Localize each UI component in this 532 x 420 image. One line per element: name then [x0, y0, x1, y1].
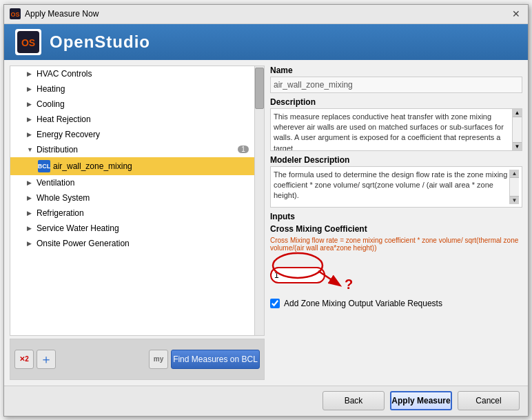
my-button[interactable]: my [149, 350, 168, 369]
sidebar-item-hvac-controls[interactable]: ▶HVAC Controls [10, 66, 254, 81]
modeler-scrollbar[interactable]: ▲ ▼ [509, 170, 519, 204]
inputs-label: Inputs [270, 212, 522, 221]
sidebar-item-service-water-heating[interactable]: ▶Service Water Heating [10, 221, 254, 236]
header-logo: OS [15, 29, 41, 55]
tree-item-badge: 1 [238, 146, 249, 153]
modeler-wrapper: The formula used to determine the design… [270, 166, 522, 208]
find-measures-button[interactable]: Find Measures on BCL [171, 350, 260, 369]
tree-arrow: ▶ [27, 70, 34, 77]
x2-icon: ✕2 [19, 355, 29, 363]
bcl-icon: BCL [38, 160, 50, 172]
sidebar-item-energy-recovery[interactable]: ▶Energy Recovery [10, 127, 254, 142]
name-label: Name [270, 66, 522, 75]
tree-item-label: HVAC Controls [37, 69, 92, 79]
left-panel: ▶HVAC Controls▶Heating▶Cooling▶Heat Reje… [10, 66, 265, 380]
tree-arrow: ▼ [27, 146, 34, 153]
modeler-scroll-down[interactable]: ▼ [510, 196, 519, 204]
input-value-row: ? [270, 254, 522, 296]
modeler-scroll-up[interactable]: ▲ [510, 170, 519, 178]
modeler-group: Modeler Description The formula used to … [270, 155, 522, 208]
apply-label: Apply Measure [391, 396, 450, 406]
bottom-toolbar: ✕2 ＋ my Find Measures on BCL [10, 339, 265, 380]
sidebar-item-cooling[interactable]: ▶Cooling [10, 97, 254, 112]
x2-button[interactable]: ✕2 [14, 350, 34, 369]
header-bar: OS OpenStudio [4, 24, 528, 60]
sidebar-item-onsite-power-generation[interactable]: ▶Onsite Power Generation [10, 236, 254, 251]
tree-list: ▶HVAC Controls▶Heating▶Cooling▶Heat Reje… [10, 66, 254, 335]
tree-arrow: ▶ [27, 131, 34, 138]
sidebar-item-distribution[interactable]: ▼Distribution1 [10, 142, 254, 157]
title-bar-text: Apply Measure Now [25, 9, 99, 19]
title-bar: OS Apply Measure Now ✕ [4, 5, 528, 24]
cancel-label: Cancel [475, 396, 501, 406]
footer-bar: Back Apply Measure Cancel [4, 386, 528, 416]
tree-item-label: Heating [37, 84, 65, 94]
svg-text:OS: OS [10, 11, 19, 18]
add-icon: ＋ [40, 351, 52, 368]
tree-container: ▶HVAC Controls▶Heating▶Cooling▶Heat Reje… [10, 66, 265, 336]
svg-text:?: ? [345, 277, 353, 290]
tree-item-label: Whole System [37, 193, 90, 203]
tree-arrow: ▶ [27, 210, 34, 217]
my-icon: my [154, 355, 163, 363]
add-button[interactable]: ＋ [37, 350, 56, 369]
add-output-checkbox[interactable] [270, 299, 280, 308]
name-input[interactable] [270, 77, 522, 93]
sidebar-item-refrigeration[interactable]: ▶Refrigeration [10, 206, 254, 221]
scroll-up-btn[interactable]: ▲ [513, 109, 522, 117]
sidebar-item-heat-rejection[interactable]: ▶Heat Rejection [10, 112, 254, 127]
modeler-scroll-track [510, 178, 519, 196]
tree-item-label: Energy Recovery [37, 130, 100, 139]
title-bar-left: OS Apply Measure Now [10, 8, 99, 19]
tree-scrollbar[interactable] [254, 66, 264, 335]
header-title: OpenStudio [50, 32, 150, 52]
tree-item-label: air_wall_zone_mixing [53, 161, 132, 171]
tree-item-label: Cooling [37, 99, 65, 109]
tree-item-label: Onsite Power Generation [37, 239, 130, 248]
dialog: OS Apply Measure Now ✕ OS OpenStudio ▶HV… [3, 4, 529, 417]
cross-mixing-value-input[interactable] [270, 267, 325, 283]
scroll-track [513, 117, 522, 142]
sidebar-item-whole-system[interactable]: ▶Whole System [10, 190, 254, 206]
tree-arrow: ▶ [27, 179, 34, 186]
tree-item-label: Distribution [37, 145, 78, 154]
sidebar-item-heating[interactable]: ▶Heating [10, 81, 254, 97]
description-wrapper: This measure replaces conductive heat tr… [270, 108, 522, 151]
sidebar-item-ventilation[interactable]: ▶Ventilation [10, 175, 254, 190]
tree-arrow: ▶ [27, 194, 34, 201]
apply-measure-button[interactable]: Apply Measure [390, 391, 452, 410]
tree-scrollbar-thumb[interactable] [255, 68, 264, 109]
find-measures-label: Find Measures on BCL [173, 354, 258, 364]
tree-arrow: ▶ [27, 116, 34, 123]
close-button[interactable]: ✕ [510, 8, 522, 20]
description-text: This measure replaces conductive heat tr… [271, 109, 512, 150]
tree-arrow: ▶ [27, 225, 34, 232]
main-content: ▶HVAC Controls▶Heating▶Cooling▶Heat Reje… [4, 60, 528, 386]
inputs-section: Inputs Cross Mixing Coefficient Cross Mi… [270, 212, 522, 380]
cross-mixing-formula: Cross Mixing flow rate = zone mixing coe… [270, 237, 522, 252]
cancel-button[interactable]: Cancel [458, 391, 520, 410]
app-icon: OS [10, 8, 21, 19]
description-group: Description This measure replaces conduc… [270, 97, 522, 151]
modeler-label: Modeler Description [270, 155, 522, 165]
cross-mixing-label: Cross Mixing Coefficient [270, 224, 522, 234]
back-label: Back [345, 396, 363, 406]
svg-text:OS: OS [21, 37, 35, 48]
description-label: Description [270, 97, 522, 107]
scroll-down-btn[interactable]: ▼ [513, 142, 522, 150]
modeler-text: The formula used to determine the design… [274, 170, 509, 204]
checkbox-row: Add Zone Mixing Output Variable Requests [270, 299, 522, 308]
right-panel: Name Description This measure replaces c… [270, 66, 522, 380]
tree-arrow: ▶ [27, 86, 34, 92]
description-scrollbar[interactable]: ▲ ▼ [512, 109, 522, 150]
tree-item-label: Refrigeration [37, 208, 84, 218]
tree-item-label: Heat Rejection [37, 114, 91, 124]
tree-arrow: ▶ [27, 101, 34, 108]
name-group: Name [270, 66, 522, 93]
tree-item-label: Ventilation [37, 178, 74, 188]
back-button[interactable]: Back [323, 391, 385, 410]
tree-arrow: ▶ [27, 240, 34, 247]
add-output-label: Add Zone Mixing Output Variable Requests [284, 299, 442, 308]
sidebar-item-bcl-measure[interactable]: BCLair_wall_zone_mixing [10, 157, 254, 175]
tree-item-label: Service Water Heating [37, 223, 119, 233]
